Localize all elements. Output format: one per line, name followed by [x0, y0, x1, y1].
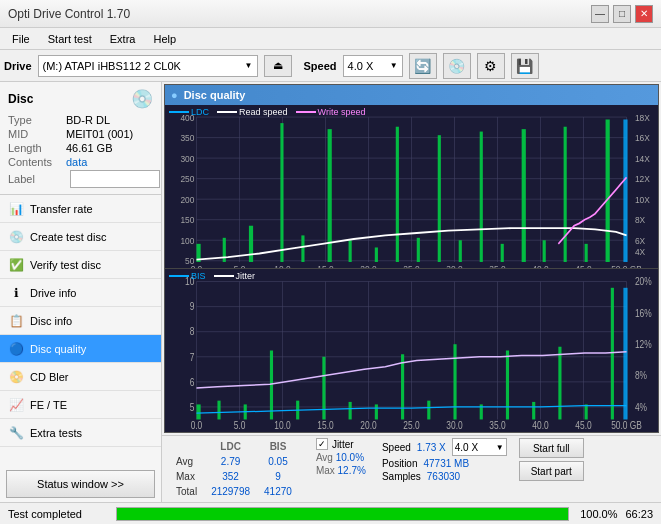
svg-text:20%: 20%	[635, 277, 652, 288]
extra-tests-icon: 🔧	[8, 425, 24, 441]
sidebar-item-transfer-rate[interactable]: 📊 Transfer rate	[0, 195, 161, 223]
max-label: Max	[170, 470, 203, 483]
disc-info-label: Disc info	[30, 315, 72, 327]
sidebar-item-verify-test-disc[interactable]: ✅ Verify test disc	[0, 251, 161, 279]
svg-rect-119	[506, 351, 509, 420]
svg-text:6: 6	[190, 377, 195, 388]
svg-rect-58	[459, 240, 462, 262]
contents-value: data	[66, 156, 87, 168]
total-bis: 41270	[258, 485, 298, 498]
start-part-button[interactable]: Start part	[519, 461, 584, 481]
ldc-legend: LDC	[169, 107, 209, 117]
svg-text:250: 250	[180, 174, 194, 185]
drivebar: Drive (M:) ATAPI iHBS112 2 CL0K ▼ ⏏ Spee…	[0, 50, 661, 82]
label-input[interactable]	[70, 170, 160, 188]
svg-text:10.0: 10.0	[274, 263, 290, 268]
drive-label: Drive	[4, 60, 32, 72]
jitter-avg: 10.0%	[336, 452, 364, 463]
sidebar-item-create-test-disc[interactable]: 💿 Create test disc	[0, 223, 161, 251]
disc-section-title: Disc	[8, 92, 33, 106]
svg-text:15.0: 15.0	[317, 421, 333, 432]
svg-rect-120	[532, 402, 535, 420]
speed-stat-dropdown[interactable]: 4.0 X ▼	[452, 438, 507, 456]
max-bis: 9	[258, 470, 298, 483]
bis-header: BIS	[258, 440, 298, 453]
disc-panel: Disc 💿 Type BD-R DL MID MEIT01 (001) Len…	[0, 82, 161, 195]
read-speed-legend: Read speed	[217, 107, 288, 117]
close-button[interactable]: ✕	[635, 5, 653, 23]
menu-file[interactable]: File	[4, 31, 38, 47]
svg-rect-117	[453, 344, 456, 419]
svg-rect-65	[606, 119, 610, 261]
svg-text:8%: 8%	[635, 371, 647, 382]
speed-selector[interactable]: 4.0 X ▼	[343, 55, 403, 77]
sidebar-item-cd-bler[interactable]: 📀 CD Bler	[0, 363, 161, 391]
svg-text:0.0: 0.0	[191, 263, 203, 268]
eject-button[interactable]: ⏏	[264, 55, 292, 77]
menu-start-test[interactable]: Start test	[40, 31, 100, 47]
svg-text:10.0: 10.0	[274, 421, 290, 432]
jitter-label: Jitter	[332, 439, 354, 450]
svg-text:300: 300	[180, 153, 194, 164]
write-speed-legend: Write speed	[296, 107, 366, 117]
svg-text:20.0: 20.0	[360, 263, 376, 268]
svg-rect-50	[280, 123, 283, 262]
mid-value: MEIT01 (001)	[66, 128, 133, 140]
svg-text:5.0: 5.0	[234, 421, 246, 432]
svg-text:25.0: 25.0	[403, 263, 419, 268]
disc-button[interactable]: 💿	[443, 53, 471, 79]
svg-text:100: 100	[180, 235, 194, 246]
progress-bar	[117, 508, 568, 520]
svg-rect-57	[438, 135, 441, 262]
svg-rect-64	[585, 244, 588, 262]
maximize-button[interactable]: □	[613, 5, 631, 23]
menubar: File Start test Extra Help	[0, 28, 661, 50]
jitter-avg-row: Avg 10.0%	[316, 452, 366, 463]
window-controls: — □ ✕	[591, 5, 653, 23]
svg-text:6X: 6X	[635, 235, 645, 246]
settings-button[interactable]: ⚙	[477, 53, 505, 79]
label-label: Label	[8, 173, 66, 185]
svg-text:150: 150	[180, 215, 194, 226]
minimize-button[interactable]: —	[591, 5, 609, 23]
svg-text:18X: 18X	[635, 112, 650, 123]
svg-text:25.0: 25.0	[403, 421, 419, 432]
cd-bler-label: CD Bler	[30, 371, 69, 383]
action-buttons: Start full Start part	[519, 438, 584, 481]
sidebar-item-fe-te[interactable]: 📈 FE / TE	[0, 391, 161, 419]
svg-text:8X: 8X	[635, 215, 645, 226]
disc-icon: 💿	[131, 88, 153, 110]
type-label: Type	[8, 114, 66, 126]
jitter-checkbox[interactable]: ✓	[316, 438, 328, 450]
start-full-button[interactable]: Start full	[519, 438, 584, 458]
svg-rect-113	[349, 402, 352, 420]
length-value: 46.61 GB	[66, 142, 112, 154]
svg-text:50.0 GB: 50.0 GB	[611, 263, 642, 268]
upper-legend: LDC Read speed Write speed	[169, 107, 365, 117]
disc-quality-title: Disc quality	[184, 89, 246, 101]
sidebar-item-disc-quality[interactable]: 🔵 Disc quality	[0, 335, 161, 363]
fe-te-label: FE / TE	[30, 399, 67, 411]
svg-rect-124	[623, 288, 627, 420]
status-window-button[interactable]: Status window >>	[6, 470, 155, 498]
disc-quality-header: ● Disc quality	[165, 85, 658, 105]
menu-extra[interactable]: Extra	[102, 31, 144, 47]
sidebar-item-disc-info[interactable]: 📋 Disc info	[0, 307, 161, 335]
sidebar-item-extra-tests[interactable]: 🔧 Extra tests	[0, 419, 161, 447]
svg-text:40.0: 40.0	[532, 421, 548, 432]
create-test-disc-icon: 💿	[8, 229, 24, 245]
svg-rect-121	[558, 347, 561, 420]
svg-rect-116	[427, 401, 430, 420]
speed-label-stat: Speed	[382, 442, 411, 453]
refresh-button[interactable]: 🔄	[409, 53, 437, 79]
status-text: Test completed	[8, 508, 108, 520]
svg-text:10X: 10X	[635, 194, 650, 205]
svg-rect-114	[375, 404, 378, 419]
drive-selector[interactable]: (M:) ATAPI iHBS112 2 CL0K ▼	[38, 55, 258, 77]
save-button[interactable]: 💾	[511, 53, 539, 79]
sidebar-item-drive-info[interactable]: ℹ Drive info	[0, 279, 161, 307]
menu-help[interactable]: Help	[145, 31, 184, 47]
svg-rect-55	[396, 127, 399, 262]
cd-bler-icon: 📀	[8, 369, 24, 385]
max-ldc: 352	[205, 470, 256, 483]
